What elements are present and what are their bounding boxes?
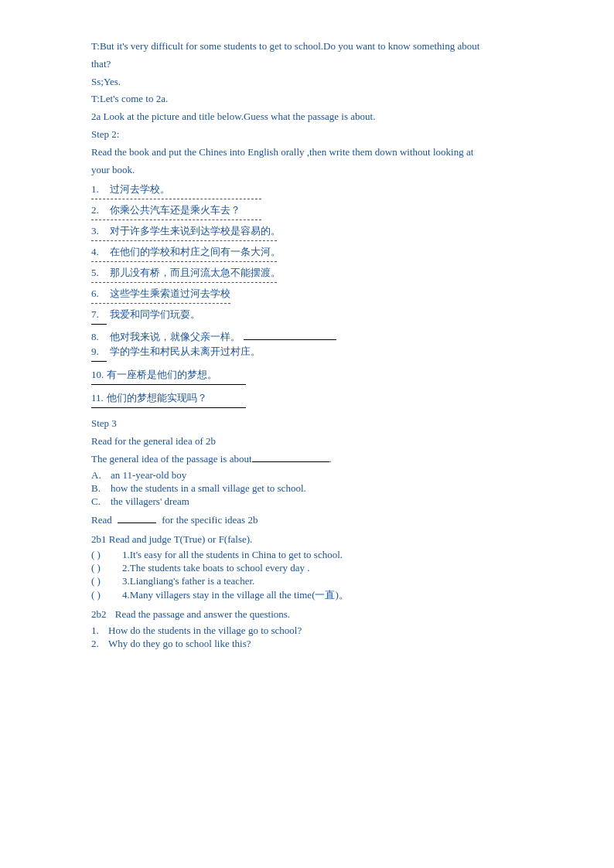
judge-4-text: 4.Many villagers stay in the village all… [122,588,349,602]
option-b-text: how the students in a small village get … [111,482,306,495]
step2-instruction: Read the book and put the Chines into En… [91,145,568,161]
option-a-text: an 11-year-old boy [111,469,186,482]
item-8-num: 8. [91,331,107,343]
step3-section: Step 3 Read for the general idea of 2b T… [91,416,568,650]
read-specific-blank [118,512,156,523]
item-5-num: 5. [91,267,107,279]
item-2-separator [91,220,261,220]
item-11-text: 11.他们的梦想能实现吗？ [91,391,207,405]
option-b: B. how the students in a small village g… [91,482,568,495]
judge-1-paren: ( ) [91,549,122,561]
judge-item-4: ( ) 4.Many villagers stay in the village… [91,588,568,602]
item-2-num: 2. [91,204,107,216]
judge-item-1: ( ) 1.It's easy for all the students in … [91,549,568,561]
step3-label: Step 3 [91,416,568,432]
option-c: C. the villagers' dream [91,495,568,508]
item-1-num: 1. [91,183,107,196]
item-10: 10.有一座桥是他们的梦想。 [91,368,568,385]
judge-2-paren: ( ) [91,562,122,574]
intro-line2: that? [91,56,568,73]
option-c-text: the villagers' dream [111,495,189,508]
step3-read-general: Read for the general idea of 2b [91,434,568,450]
answer-item-2: 2. Why do they go to school like this? [91,638,568,650]
intro-line3: Ss;Yes. [91,74,568,90]
answer-item-1: 1. How do the students in the village go… [91,625,568,637]
item-9-underline [91,361,107,362]
item-1-text: 过河去学校。 [110,182,170,196]
answer-1-num: 1. [91,625,108,637]
item-7: 7. 我爱和同学们玩耍。 [91,308,568,325]
item-8: 8. 他对我来说，就像父亲一样。 [91,329,568,344]
read-specific-line: Read for the specific ideas 2b [91,512,568,529]
judge-3-paren: ( ) [91,575,122,587]
item-4-text: 在他们的学校和村庄之间有一条大河。 [110,245,281,259]
item-10-underline [91,384,246,385]
item-8-text: 他对我来说，就像父亲一样。 [110,330,240,344]
item-5: 5. 那儿没有桥，而且河流太急不能摆渡。 [91,266,568,283]
answer-1-text: How do the students in the village go to… [108,625,302,637]
item-6-separator [91,303,230,304]
item-8-blank [244,329,336,340]
intro-line1: T:But it's very difficult for some stude… [91,39,568,55]
item-1-separator [91,199,261,199]
item-9-num: 9. [91,345,107,358]
item-1: 1. 过河去学校。 [91,182,568,199]
item-11-underline [91,407,246,408]
answer-2-num: 2. [91,638,108,650]
judge-item-3: ( ) 3.Liangliang's father is a teacher. [91,575,568,587]
item-6: 6. 这些学生乘索道过河去学校 [91,287,568,304]
step3-general-idea: The general idea of the passage is about… [91,451,568,468]
judge-item-2: ( ) 2.The students take boats to school … [91,562,568,574]
section-2b1-label: 2b1 Read and judge T(True) or F(false). [91,532,568,548]
judge-4-paren: ( ) [91,589,122,601]
section-2b2-line: 2b2 Read the passage and answer the ques… [91,607,568,623]
item-4-separator [91,261,277,262]
item-10-text: 10.有一座桥是他们的梦想。 [91,368,217,382]
item-3-separator [91,240,277,241]
item-11: 11.他们的梦想能实现吗？ [91,391,568,408]
item-6-num: 6. [91,288,107,300]
item-7-num: 7. [91,308,107,321]
item-5-text: 那儿没有桥，而且河流太急不能摆渡。 [110,266,281,280]
item-9: 9. 学的学生和村民从未离开过村庄。 [91,345,568,362]
item-4-num: 4. [91,246,107,258]
step2-instruction2: your book. [91,162,568,179]
main-content: T:But it's very difficult for some stude… [91,39,568,650]
item-3-text: 对于许多学生来说到达学校是容易的。 [110,224,281,238]
step2-label: Step 2: [91,127,568,143]
judge-3-text: 3.Liangliang's father is a teacher. [122,575,254,587]
item-3: 3. 对于许多学生来说到达学校是容易的。 [91,224,568,241]
judge-2-text: 2.The students take boats to school ever… [122,562,310,574]
item-5-separator [91,282,277,283]
option-a: A. an 11-year-old boy [91,469,568,482]
intro-line5: 2a Look at the picture and title below.G… [91,109,568,125]
item-9-text: 学的学生和村民从未离开过村庄。 [110,345,261,359]
judge-1-text: 1.It's easy for all the students in Chin… [122,549,343,561]
option-c-letter: C. [91,495,111,508]
item-7-underline [91,324,107,325]
option-b-letter: B. [91,482,111,495]
item-6-text: 这些学生乘索道过河去学校 [110,287,230,301]
intro-line4: T:Let's come to 2a. [91,91,568,107]
item-2-text: 你乘公共汽车还是乘火车去？ [110,203,240,217]
general-idea-blank [252,451,329,462]
item-2: 2. 你乘公共汽车还是乘火车去？ [91,203,568,220]
item-3-num: 3. [91,225,107,237]
answer-2-text: Why do they go to school like this? [108,638,251,650]
item-7-text: 我爱和同学们玩耍。 [110,308,200,322]
item-4: 4. 在他们的学校和村庄之间有一条大河。 [91,245,568,262]
option-a-letter: A. [91,469,111,482]
